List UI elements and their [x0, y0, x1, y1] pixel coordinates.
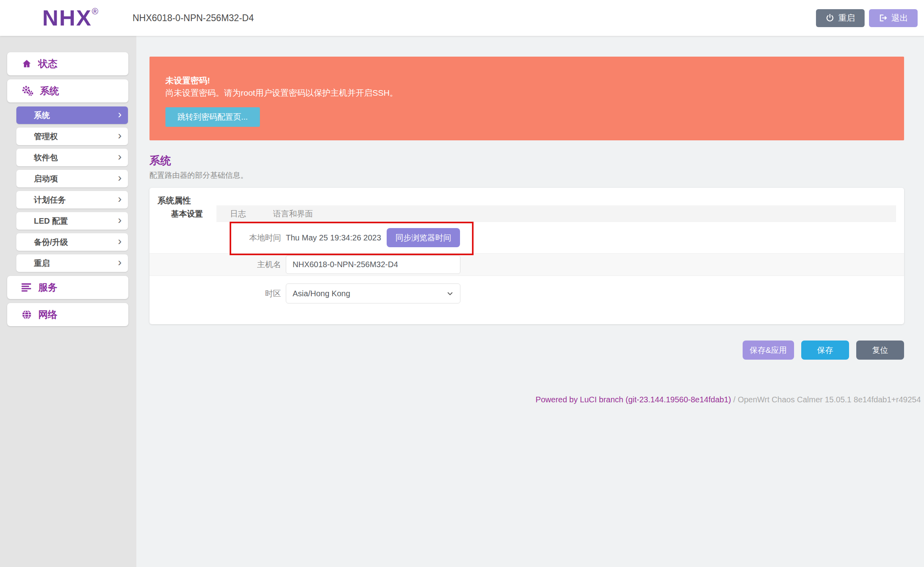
page-subtitle: 配置路由器的部分基础信息。 [149, 171, 904, 180]
chevron-down-icon [446, 290, 454, 297]
timezone-selected-value: Asia/Hong Kong [293, 289, 350, 298]
timezone-select[interactable]: Asia/Hong Kong [286, 284, 460, 303]
brand-logo-text: NHX [42, 5, 92, 30]
header-actions: 重启 退出 [816, 9, 918, 27]
hostname-label: 主机名 [149, 259, 281, 270]
tab-bar: 基本设置 日志 语言和界面 [157, 205, 896, 222]
logout-button-label: 退出 [891, 12, 908, 24]
sidebar-item-status-label: 状态 [38, 57, 57, 70]
banner-title: 未设置密码! [165, 74, 888, 87]
chevron-right-icon: › [118, 257, 122, 268]
tab-general-settings[interactable]: 基本设置 [157, 205, 216, 222]
local-time-label: 本地时间 [149, 232, 281, 243]
timezone-label: 时区 [149, 288, 281, 299]
chevron-right-icon: › [118, 193, 122, 205]
submenu-item-label: LED 配置 [34, 216, 68, 226]
form-actions: 保存&应用 保存 复位 [149, 341, 904, 360]
power-icon [826, 14, 834, 22]
chevron-right-icon: › [118, 172, 122, 183]
home-icon [22, 59, 32, 69]
chevron-right-icon: › [118, 151, 122, 162]
submenu-item-label: 重启 [34, 258, 50, 269]
main-content: 未设置密码! 尚未设置密码。请为root用户设置密码以保护主机并开启SSH。 跳… [136, 36, 924, 567]
sidebar-item-system-label: 系统 [40, 85, 59, 97]
submenu-item-led-configuration[interactable]: LED 配置 › [16, 212, 128, 230]
logout-button[interactable]: 退出 [869, 9, 918, 27]
sidebar-nav: 状态 系统 系统 › 管理权 › 软件包 [0, 36, 136, 567]
registered-trademark-icon: ® [92, 6, 98, 16]
globe-icon [22, 309, 32, 320]
submenu-item-reboot[interactable]: 重启 › [16, 254, 128, 272]
local-time-row: 本地时间 Thu May 25 19:34:26 2023 同步浏览器时间 [149, 222, 904, 253]
tab-language-and-style[interactable]: 语言和界面 [260, 205, 326, 222]
reboot-button[interactable]: 重启 [816, 9, 865, 27]
password-warning-banner: 未设置密码! 尚未设置密码。请为root用户设置密码以保护主机并开启SSH。 跳… [149, 57, 904, 140]
submenu-item-label: 备份/升级 [34, 237, 68, 248]
firmware-version-text: OpenWrt Chaos Calmer 15.05.1 8e14fdab1+r… [738, 395, 921, 404]
page-title: 系统 [149, 154, 904, 168]
sidebar-item-status[interactable]: 状态 [7, 52, 128, 75]
hostname-row: 主机名 [149, 253, 904, 276]
banner-message: 尚未设置密码。请为root用户设置密码以保护主机并开启SSH。 [165, 87, 888, 99]
chevron-right-icon: › [118, 236, 122, 247]
submenu-item-label: 启动项 [34, 173, 58, 184]
sidebar-item-services-label: 服务 [38, 281, 57, 294]
submenu-item-label: 管理权 [34, 131, 58, 142]
save-apply-button[interactable]: 保存&应用 [743, 341, 794, 360]
logout-icon [879, 14, 887, 22]
save-button[interactable]: 保存 [801, 341, 849, 360]
device-title: NHX6018-0-NPN-256M32-D4 [132, 13, 254, 24]
reset-button[interactable]: 复位 [856, 341, 904, 360]
local-time-value: Thu May 25 19:34:26 2023 [286, 233, 381, 242]
submenu-item-backup-upgrade[interactable]: 备份/升级 › [16, 233, 128, 251]
brand-logo: NHX® [42, 7, 98, 29]
submenu-item-software[interactable]: 软件包 › [16, 149, 128, 166]
submenu-item-administration[interactable]: 管理权 › [16, 128, 128, 145]
app-header: NHX® NHX6018-0-NPN-256M32-D4 重启 退出 [0, 0, 924, 36]
submenu-item-scheduled-tasks[interactable]: 计划任务 › [16, 191, 128, 209]
page-footer: Powered by LuCI branch (git-23.144.19560… [149, 395, 921, 404]
go-to-password-config-button[interactable]: 跳转到密码配置页... [165, 107, 260, 127]
system-submenu: 系统 › 管理权 › 软件包 › 启动项 › 计划任务 › LED 配置 › [16, 106, 128, 272]
submenu-item-label: 系统 [34, 110, 50, 121]
sidebar-item-network-label: 网络 [38, 308, 57, 321]
chevron-right-icon: › [118, 215, 122, 226]
system-properties-card: 系统属性 基本设置 日志 语言和界面 本地时间 Thu May 25 19:34… [149, 188, 904, 324]
luci-branch-link[interactable]: Powered by LuCI branch (git-23.144.19560… [536, 395, 731, 404]
card-heading: 系统属性 [149, 188, 904, 205]
footer-separator: / [731, 395, 738, 404]
chevron-right-icon: › [118, 109, 122, 120]
hostname-input[interactable] [286, 255, 460, 274]
sidebar-item-services[interactable]: 服务 [7, 276, 128, 299]
submenu-item-system[interactable]: 系统 › [16, 106, 128, 124]
submenu-item-label: 软件包 [34, 152, 58, 163]
timezone-row: 时区 Asia/Hong Kong [149, 276, 904, 311]
reboot-button-label: 重启 [838, 12, 855, 24]
sync-browser-time-button[interactable]: 同步浏览器时间 [387, 228, 460, 247]
tab-logging[interactable]: 日志 [216, 205, 260, 222]
sidebar-item-system[interactable]: 系统 [7, 79, 128, 102]
sidebar-item-network[interactable]: 网络 [7, 303, 128, 326]
gears-icon [22, 85, 33, 96]
list-icon [22, 283, 32, 292]
submenu-item-label: 计划任务 [34, 195, 66, 205]
chevron-right-icon: › [118, 130, 122, 141]
submenu-item-startup[interactable]: 启动项 › [16, 170, 128, 187]
